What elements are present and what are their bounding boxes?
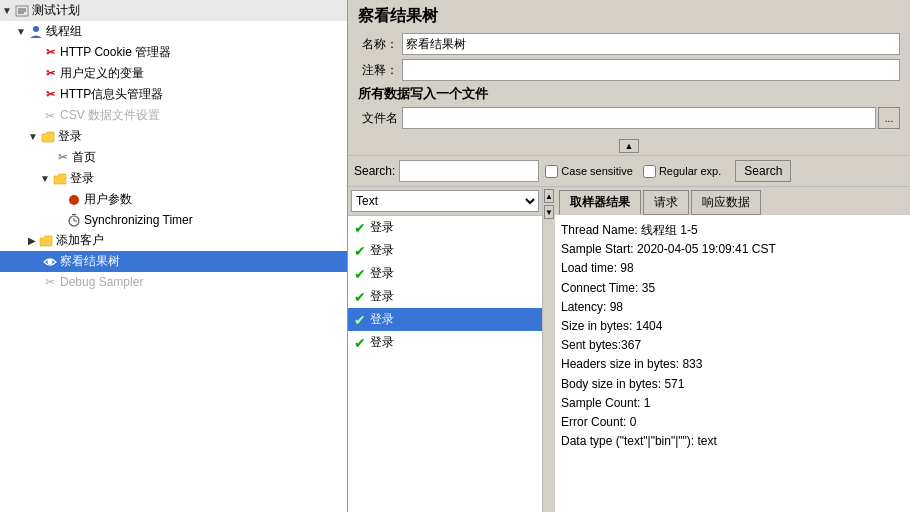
tree-item-login-group[interactable]: ▼ 登录	[0, 126, 347, 147]
bottom-content: Text RegExp Tester CSS/JQuery Tester XPa…	[348, 186, 910, 512]
name-input[interactable]	[402, 33, 900, 55]
tree-item-debug-sampler[interactable]: ✂ Debug Sampler	[0, 272, 347, 292]
arrow-login-sub: ▼	[40, 173, 50, 184]
arrow-add-guest: ▶	[28, 235, 36, 246]
check-icon-2: ✔	[354, 243, 366, 259]
detail-content: Thread Name: 线程组 1-5 Sample Start: 2020-…	[555, 215, 910, 512]
tree-item-homepage[interactable]: ✂ 首页	[0, 147, 347, 168]
tree-label-homepage: 首页	[72, 149, 96, 166]
thread-icon	[28, 24, 44, 40]
tree-item-csv-data[interactable]: ✂ CSV 数据文件设置	[0, 105, 347, 126]
result-item-4[interactable]: ✔ 登录	[348, 285, 542, 308]
scissors-icon-cookie: ✂	[42, 45, 58, 61]
filename-input[interactable]	[402, 107, 876, 129]
dropdown-row: Text RegExp Tester CSS/JQuery Tester XPa…	[348, 187, 542, 216]
svg-point-10	[48, 259, 53, 264]
check-icon-5: ✔	[354, 312, 366, 328]
check-icon-6: ✔	[354, 335, 366, 351]
result-label-4: 登录	[370, 288, 394, 305]
tree-item-http-cookie[interactable]: ✂ HTTP Cookie 管理器	[0, 42, 347, 63]
tree-item-add-guest[interactable]: ▶ 添加客户	[0, 230, 347, 251]
plan-icon	[14, 3, 30, 19]
tree-label-csv-data: CSV 数据文件设置	[60, 107, 160, 124]
detail-line-10: Sample Count: 1	[561, 394, 904, 413]
arrow-test-plan: ▼	[2, 5, 12, 16]
comment-input[interactable]	[402, 59, 900, 81]
result-label-6: 登录	[370, 334, 394, 351]
detail-line-7: Sent bytes:367	[561, 336, 904, 355]
mid-scroll-down-button[interactable]: ▼	[544, 205, 554, 219]
result-item-6[interactable]: ✔ 登录	[348, 331, 542, 354]
scissors-icon-homepage: ✂	[54, 150, 70, 166]
tree-label-sync-timer: Synchronizing Timer	[84, 213, 193, 227]
tree-label-debug-sampler: Debug Sampler	[60, 275, 143, 289]
search-button[interactable]: Search	[735, 160, 791, 182]
name-label: 名称：	[358, 36, 398, 53]
tree-label-user-params: 用户参数	[84, 191, 132, 208]
filename-browse-button[interactable]: ...	[878, 107, 900, 129]
tab-response-data[interactable]: 响应数据	[691, 190, 761, 215]
name-row: 名称：	[358, 33, 900, 55]
tree-label-test-plan: 测试计划	[32, 2, 80, 19]
filename-label: 文件名	[358, 110, 398, 127]
scroll-up-button[interactable]: ▲	[619, 139, 639, 153]
mid-scroll-up-button[interactable]: ▲	[544, 189, 554, 203]
result-item-5[interactable]: ✔ 登录	[348, 308, 542, 331]
search-options: Case sensitive Regular exp.	[545, 165, 731, 178]
search-input[interactable]	[399, 160, 539, 182]
svg-point-4	[33, 26, 39, 32]
result-label-2: 登录	[370, 242, 394, 259]
result-label-3: 登录	[370, 265, 394, 282]
result-item-3[interactable]: ✔ 登录	[348, 262, 542, 285]
main-container: ▼ 测试计划 ▼ 线程组 ✂ HTTP Cookie 管理器 ✂ 用户定义的变量	[0, 0, 910, 512]
result-label-5: 登录	[370, 311, 394, 328]
tabs-row: 取样器结果 请求 响应数据	[555, 187, 910, 215]
tree-label-http-header: HTTP信息头管理器	[60, 86, 163, 103]
tree-item-http-header[interactable]: ✂ HTTP信息头管理器	[0, 84, 347, 105]
red-dot-icon	[66, 192, 82, 208]
check-icon-1: ✔	[354, 220, 366, 236]
folder-icon-login	[40, 129, 56, 145]
eye-icon	[42, 254, 58, 270]
tree-label-thread-group: 线程组	[46, 23, 82, 40]
regular-exp-label: Regular exp.	[659, 165, 721, 177]
tree-item-view-results[interactable]: 察看结果树	[0, 251, 347, 272]
arrow-login-group: ▼	[28, 131, 38, 142]
tree-item-login-sub[interactable]: ▼ 登录	[0, 168, 347, 189]
regular-exp-checkbox[interactable]	[643, 165, 656, 178]
tree-label-login-sub: 登录	[70, 170, 94, 187]
tree-item-test-plan[interactable]: ▼ 测试计划	[0, 0, 347, 21]
right-panel: 察看结果树 名称： 注释： 所有数据写入一个文件 文件名 ... ▲	[348, 0, 910, 512]
mid-scroll: ▲ ▼	[543, 187, 555, 512]
svg-point-5	[69, 195, 79, 205]
tree-label-login-group: 登录	[58, 128, 82, 145]
scissors-icon-uservars: ✂	[42, 66, 58, 82]
detail-line-3: Load time: 98	[561, 259, 904, 278]
tab-request[interactable]: 请求	[643, 190, 689, 215]
tree-label-view-results: 察看结果树	[60, 253, 120, 270]
tree-item-thread-group[interactable]: ▼ 线程组	[0, 21, 347, 42]
folder-icon-login-sub	[52, 171, 68, 187]
comment-row: 注释：	[358, 59, 900, 81]
tree-item-sync-timer[interactable]: Synchronizing Timer	[0, 210, 347, 230]
tree-item-user-vars[interactable]: ✂ 用户定义的变量	[0, 63, 347, 84]
tab-sampler-result[interactable]: 取样器结果	[559, 190, 641, 215]
detail-line-8: Headers size in bytes: 833	[561, 355, 904, 374]
case-sensitive-checkbox[interactable]	[545, 165, 558, 178]
search-row: Search: Case sensitive Regular exp. Sear…	[348, 155, 910, 186]
detail-line-1: Thread Name: 线程组 1-5	[561, 221, 904, 240]
check-icon-4: ✔	[354, 289, 366, 305]
result-item-1[interactable]: ✔ 登录	[348, 216, 542, 239]
tree-item-user-params[interactable]: 用户参数	[0, 189, 347, 210]
detail-line-6: Size in bytes: 1404	[561, 317, 904, 336]
arrow-thread-group: ▼	[16, 26, 26, 37]
result-item-2[interactable]: ✔ 登录	[348, 239, 542, 262]
tree-label-add-guest: 添加客户	[56, 232, 104, 249]
detail-line-12: Data type ("text"|"bin"|""): text	[561, 432, 904, 451]
view-type-select[interactable]: Text RegExp Tester CSS/JQuery Tester XPa…	[351, 190, 539, 212]
left-panel: ▼ 测试计划 ▼ 线程组 ✂ HTTP Cookie 管理器 ✂ 用户定义的变量	[0, 0, 348, 512]
timer-icon	[66, 212, 82, 228]
case-sensitive-label: Case sensitive	[561, 165, 633, 177]
check-icon-3: ✔	[354, 266, 366, 282]
right-header: 察看结果树 名称： 注释： 所有数据写入一个文件 文件名 ...	[348, 0, 910, 137]
